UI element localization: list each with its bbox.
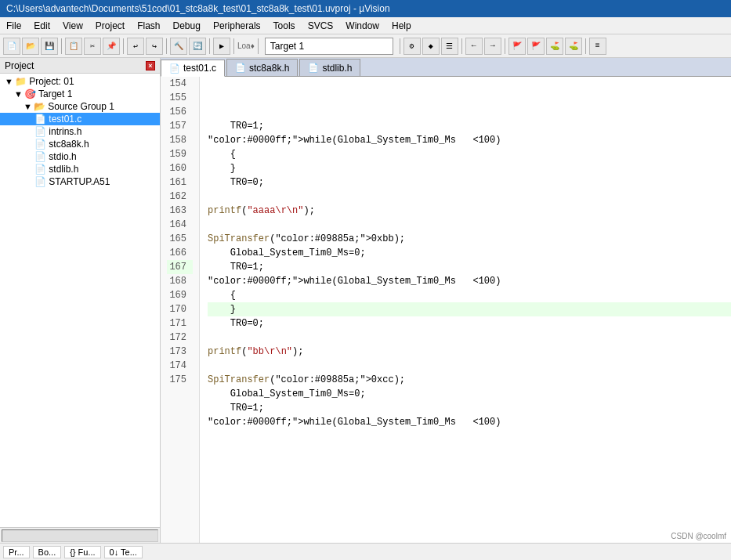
toolbar-extra2[interactable]: ☰: [441, 38, 458, 55]
toolbar-paste[interactable]: 📌: [103, 38, 120, 55]
toolbar-rebuild[interactable]: 🔄: [189, 38, 206, 55]
tree-item-label-7: 📄 stdlib.h: [34, 164, 78, 175]
tree-item-0[interactable]: ▼ 📁 Project: 01: [0, 75, 160, 88]
line-num-154: 154: [167, 77, 193, 91]
toolbar-settings[interactable]: ⚙: [403, 38, 421, 55]
code-line-167: }: [208, 302, 731, 316]
tree-item-4[interactable]: 📄 intrins.h: [0, 125, 160, 138]
toolbar-flag2[interactable]: 🚩: [527, 38, 545, 55]
code-line-158: TR0=0;: [208, 175, 731, 190]
code-line-174: TR0=1;: [208, 401, 731, 415]
code-line-172: SpiTransfer("color:#09885a;">0xcc);: [208, 373, 731, 387]
tree-item-1[interactable]: ▼ 🎯 Target 1: [0, 88, 160, 100]
menu-item-view[interactable]: View: [56, 19, 89, 33]
tree-item-icon-1: ▼: [14, 89, 23, 99]
line-num-165: 165: [167, 232, 193, 246]
toolbar-flag4[interactable]: ⛳: [565, 38, 582, 55]
line-num-158: 158: [167, 133, 193, 147]
line-num-173: 173: [167, 345, 193, 359]
tree-item-label-4: 📄 intrins.h: [34, 126, 81, 137]
sep10: [585, 38, 586, 54]
menu-item-file[interactable]: File: [0, 19, 27, 33]
tree-item-6[interactable]: 📄 stdio.h: [0, 150, 160, 163]
tree-item-3[interactable]: 📄 test01.c: [0, 113, 160, 125]
code-line-155: "color:#0000ff;">while(Global_System_Tim…: [208, 133, 731, 147]
sep3: [166, 38, 167, 54]
title-bar: C:\Users\advantech\Documents\51cod\01_st…: [0, 0, 731, 17]
code-line-173: Global_System_Tim0_Ms=0;: [208, 387, 731, 401]
tree-item-2[interactable]: ▼ 📂 Source Group 1: [0, 100, 160, 113]
tab-label-1: stc8a8k.h: [249, 63, 289, 74]
tree-item-8[interactable]: 📄 STARTUP.A51: [0, 175, 160, 188]
menu-item-window[interactable]: Window: [339, 19, 385, 33]
toolbar-flag[interactable]: 🚩: [508, 38, 526, 55]
code-line-170: printf("bb\r\n");: [208, 345, 731, 359]
code-area[interactable]: 1541551561571581591601611621631641651661…: [161, 77, 731, 543]
code-line-154: TR0=1;: [208, 119, 731, 133]
line-num-161: 161: [167, 175, 193, 190]
toolbar-save[interactable]: 💾: [41, 38, 58, 55]
project-close-button[interactable]: ×: [146, 61, 155, 70]
menu-item-peripherals[interactable]: Peripherals: [207, 19, 267, 33]
tree-item-5[interactable]: 📄 stc8a8k.h: [0, 138, 160, 150]
toolbar-nav-fwd[interactable]: →: [484, 38, 501, 55]
toolbar-extra1[interactable]: ◆: [422, 38, 440, 55]
menu-item-flash[interactable]: Flash: [131, 19, 166, 33]
toolbar-debug[interactable]: ▶: [213, 38, 230, 55]
tree-item-label-3: 📄 test01.c: [34, 114, 81, 125]
status-item-3[interactable]: 0↓ Te...: [104, 546, 143, 558]
status-bar: Pr...Bo...{} Fu...0↓ Te...: [0, 543, 731, 560]
line-num-172: 172: [167, 331, 193, 345]
tab-label-2: stdlib.h: [322, 63, 352, 74]
line-num-163: 163: [167, 204, 193, 218]
status-item-1[interactable]: Bo...: [33, 546, 62, 558]
target-selector[interactable]: [265, 38, 393, 55]
menu-item-edit[interactable]: Edit: [27, 19, 56, 33]
sep8: [461, 38, 462, 54]
code-content[interactable]: TR0=1; "color:#0000ff;">while(Global_Sys…: [200, 77, 731, 543]
sep4: [209, 38, 210, 54]
toolbar-open[interactable]: 📂: [22, 38, 39, 55]
tree-item-icon-0: ▼: [5, 77, 13, 86]
toolbar-new[interactable]: 📄: [3, 38, 20, 55]
project-title: Project: [5, 60, 34, 71]
sep5: [233, 38, 234, 54]
menu-item-debug[interactable]: Debug: [167, 19, 207, 33]
menu-item-help[interactable]: Help: [385, 19, 418, 33]
tab-1[interactable]: 📄stc8a8k.h: [226, 59, 298, 76]
toolbar-build[interactable]: 🔨: [170, 38, 187, 55]
line-num-175: 175: [167, 373, 193, 387]
watermark: CSDN @coolmf: [671, 532, 726, 540]
menu-item-project[interactable]: Project: [89, 19, 131, 33]
main-area: Project × ▼ 📁 Project: 01▼ 🎯 Target 1▼ 📂…: [0, 58, 731, 543]
toolbar-undo[interactable]: ↩: [127, 38, 144, 55]
sep2: [123, 38, 124, 54]
tab-label-0: test01.c: [183, 63, 216, 74]
line-num-157: 157: [167, 119, 193, 133]
toolbar: 📄 📂 💾 📋 ✂ 📌 ↩ ↪ 🔨 🔄 ▶ Loa♦ ⚙ ◆ ☰ ← → 🚩 🚩…: [0, 34, 731, 58]
toolbar-cut[interactable]: ✂: [84, 38, 101, 55]
code-line-169: [208, 331, 731, 345]
toolbar-redo[interactable]: ↪: [146, 38, 163, 55]
menu-item-tools[interactable]: Tools: [267, 19, 302, 33]
toolbar-list[interactable]: ≡: [589, 38, 606, 55]
status-item-0[interactable]: Pr...: [3, 546, 30, 558]
horizontal-scrollbar[interactable]: [2, 529, 158, 542]
tab-0[interactable]: 📄test01.c: [161, 60, 225, 77]
menu-item-svcs[interactable]: SVCS: [302, 19, 340, 33]
code-line-156: {: [208, 147, 731, 161]
editor-area: 📄test01.c📄stc8a8k.h📄stdlib.h 15415515615…: [161, 58, 731, 543]
code-line-168: TR0=0;: [208, 316, 731, 331]
tree-item-7[interactable]: 📄 stdlib.h: [0, 163, 160, 175]
toolbar-flag3[interactable]: ⛳: [546, 38, 563, 55]
code-line-160: printf("aaaa\r\n");: [208, 204, 731, 218]
project-panel: Project × ▼ 📁 Project: 01▼ 🎯 Target 1▼ 📂…: [0, 58, 161, 543]
tab-bar: 📄test01.c📄stc8a8k.h📄stdlib.h: [161, 58, 731, 77]
code-line-157: }: [208, 161, 731, 175]
toolbar-copy[interactable]: 📋: [65, 38, 82, 55]
toolbar-nav-back[interactable]: ←: [465, 38, 483, 55]
line-num-160: 160: [167, 161, 193, 175]
tab-2[interactable]: 📄stdlib.h: [299, 59, 360, 76]
project-scrollbar-area: [0, 527, 160, 543]
status-item-2[interactable]: {} Fu...: [64, 546, 100, 558]
